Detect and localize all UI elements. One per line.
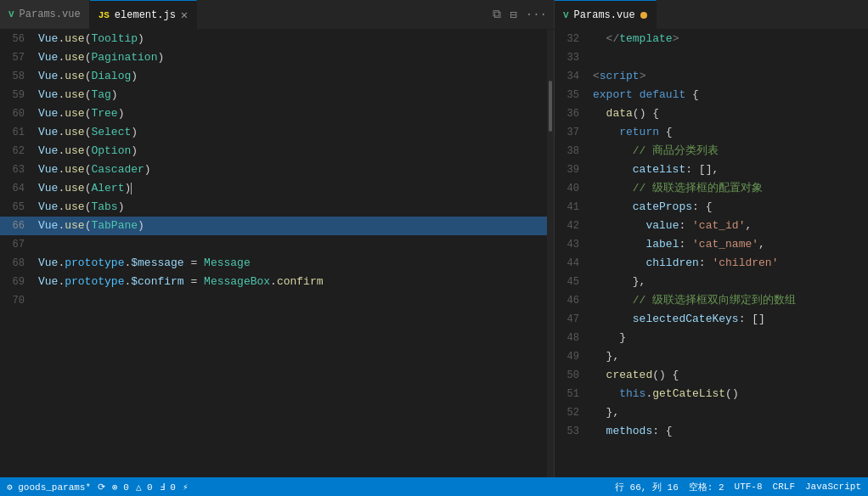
status-right: 行 66, 列 16 空格: 2 UTF-8 CRLF JavaScript (615, 481, 861, 493)
r-code-line-47: 47 selectedCateKeys: [] (555, 310, 868, 329)
r-code-line-52: 52 }, (555, 403, 868, 422)
r-code-line-44: 44 children: 'children' (555, 254, 868, 273)
r-code-line-48: 48 } (555, 329, 868, 347)
status-lightning: ⚡ (183, 482, 189, 493)
r-code-line-37: 37 return { (555, 123, 868, 142)
r-code-line-45: 45 }, (555, 273, 868, 291)
code-line-61: 61 Vue.use(Select) (0, 123, 554, 142)
r-code-line-33: 33 (555, 48, 868, 67)
r-code-line-41: 41 cateProps: { (555, 198, 868, 217)
code-line-66: 66 Vue.use(TabPane) (0, 217, 554, 235)
left-code-area[interactable]: 56 Vue.use(Tooltip) 57 Vue.use(Paginatio… (0, 30, 554, 477)
tab-element-js[interactable]: JS element.js ✕ (90, 0, 198, 29)
code-line-65: 65 Vue.use(Tabs) (0, 198, 554, 217)
right-code-area[interactable]: 32 </template> 33 34 <script> 35 export … (555, 30, 868, 477)
r-code-line-34: 34 <script> (555, 67, 868, 86)
right-tab-group: V Params.vue (554, 0, 868, 29)
code-line-64: 64 Vue.use(Alert) (0, 179, 554, 198)
status-spaces: 空格: 2 (689, 481, 724, 493)
status-errors: ⊗ 0 (112, 482, 129, 493)
r-code-line-50: 50 created() { (555, 366, 868, 385)
left-scrollbar[interactable] (547, 30, 554, 477)
r-code-line-40: 40 // 级联选择框的配置对象 (555, 179, 868, 198)
code-line-60: 60 Vue.use(Tree) (0, 104, 554, 123)
left-scroll-thumb[interactable] (549, 81, 552, 132)
r-code-line-53: 53 methods: { (555, 422, 868, 441)
main-content: 56 Vue.use(Tooltip) 57 Vue.use(Paginatio… (0, 30, 868, 477)
close-tab-icon[interactable]: ✕ (181, 8, 188, 22)
more-icon[interactable]: ··· (526, 8, 547, 21)
layout-icon[interactable]: ⊟ (510, 8, 516, 22)
tab-label-params-right: Params.vue (574, 9, 635, 21)
r-code-line-43: 43 label: 'cat_name', (555, 235, 868, 254)
code-line-59: 59 Vue.use(Tag) (0, 86, 554, 104)
right-editor: 32 </template> 33 34 <script> 35 export … (554, 30, 868, 477)
code-line-68: 68 Vue.prototype.$message = Message (0, 254, 554, 273)
status-sync-icon: ⟳ (98, 482, 105, 493)
vue-icon-right: V (563, 10, 569, 20)
status-language: JavaScript (805, 482, 861, 492)
status-info: Ⅎ 0 (160, 482, 176, 493)
code-line-63: 63 Vue.use(Cascader) (0, 161, 554, 179)
code-line-62: 62 Vue.use(Option) (0, 142, 554, 161)
left-tab-group: V Params.vue JS element.js ✕ ⧉ ⊟ ··· (0, 0, 554, 29)
code-line-58: 58 Vue.use(Dialog) (0, 67, 554, 86)
tab-params-vue-right[interactable]: V Params.vue (555, 0, 657, 29)
r-code-line-39: 39 catelist: [], (555, 161, 868, 179)
modified-dot (640, 12, 647, 19)
r-code-line-32: 32 </template> (555, 30, 868, 48)
status-bar: ⚙ goods_params* ⟳ ⊗ 0 △ 0 Ⅎ 0 ⚡ 行 66, 列 … (0, 477, 868, 496)
split-editor-icon[interactable]: ⧉ (493, 8, 501, 21)
status-warnings: △ 0 (136, 482, 153, 493)
left-editor: 56 Vue.use(Tooltip) 57 Vue.use(Paginatio… (0, 30, 554, 477)
code-line-67: 67 (0, 235, 554, 254)
status-eol: CRLF (773, 482, 795, 492)
status-encoding: UTF-8 (735, 482, 763, 492)
code-line-70: 70 (0, 291, 554, 310)
tab-params-vue[interactable]: V Params.vue (0, 0, 90, 29)
js-icon: JS (99, 10, 110, 20)
r-code-line-38: 38 // 商品分类列表 (555, 142, 868, 161)
r-code-line-46: 46 // 级联选择框双向绑定到的数组 (555, 291, 868, 310)
code-line-56: 56 Vue.use(Tooltip) (0, 30, 554, 48)
status-filename: ⚙ goods_params* (7, 482, 91, 493)
r-code-line-42: 42 value: 'cat_id', (555, 217, 868, 235)
tab-label-params: Params.vue (20, 8, 81, 20)
vue-icon: V (8, 9, 14, 20)
r-code-line-51: 51 this.getCateList() (555, 385, 868, 403)
code-line-69: 69 Vue.prototype.$confirm = MessageBox.c… (0, 273, 554, 291)
code-line-57: 57 Vue.use(Pagination) (0, 48, 554, 67)
tab-bar: V Params.vue JS element.js ✕ ⧉ ⊟ ··· V P… (0, 0, 868, 30)
r-code-line-35: 35 export default { (555, 86, 868, 104)
r-code-line-36: 36 data() { (555, 104, 868, 123)
status-position: 行 66, 列 16 (615, 481, 679, 493)
tab-label-element: element.js (115, 9, 176, 21)
tab-actions: ⧉ ⊟ ··· (486, 0, 554, 29)
r-code-line-49: 49 }, (555, 347, 868, 366)
status-left: ⚙ goods_params* ⟳ ⊗ 0 △ 0 Ⅎ 0 ⚡ (7, 482, 189, 493)
